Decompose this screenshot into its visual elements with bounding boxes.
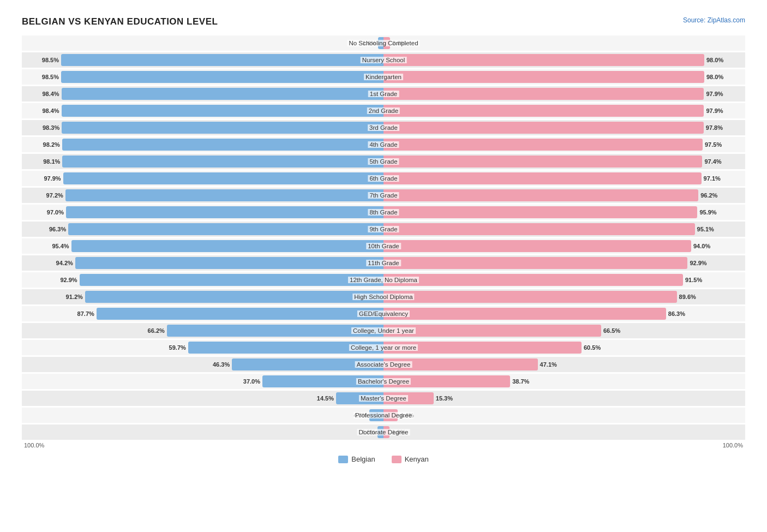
bar-right-value: 66.5%: [603, 327, 620, 334]
bar-left: [61, 71, 384, 83]
bar-left-value: 98.2%: [43, 141, 60, 148]
bar-left: [66, 206, 384, 218]
bar-row: 12th Grade, No Diploma92.9%91.5%: [22, 272, 745, 288]
bar-row: 6th Grade97.9%97.1%: [22, 171, 745, 186]
legend-belgian-label: Belgian: [351, 455, 375, 463]
bar-left: [62, 139, 384, 151]
bar-right: [384, 257, 687, 269]
chart-title: BELGIAN VS KENYAN EDUCATION LEVEL: [22, 16, 218, 27]
bar-left: [62, 88, 384, 100]
chart-body: No Schooling Completed1.6%2.0%Nursery Sc…: [22, 35, 745, 440]
source-label: Source: ZipAtlas.com: [683, 16, 745, 24]
bar-center-label: College, 1 year or more: [349, 344, 418, 351]
bar-center-label: 9th Grade: [368, 226, 399, 232]
bar-row: Doctorate Degree1.8%1.9%: [22, 425, 745, 440]
bar-center-label: Professional Degree: [353, 412, 414, 419]
bar-row: Bachelor's Degree37.0%38.7%: [22, 374, 745, 389]
bar-left-value: 92.9%: [60, 277, 77, 283]
bar-left: [63, 172, 384, 184]
bar-row: High School Diploma91.2%89.6%: [22, 289, 745, 304]
bar-row: 8th Grade97.0%95.9%: [22, 205, 745, 220]
bar-left-value: 66.2%: [148, 327, 165, 334]
bar-row: Associate's Degree46.3%47.1%: [22, 357, 745, 372]
bar-center-label: Nursery School: [361, 57, 407, 63]
bar-left-value: 98.5%: [42, 74, 59, 80]
bar-center-label: 6th Grade: [368, 175, 399, 182]
bar-left: [97, 308, 384, 320]
bar-right: [384, 105, 704, 117]
bar-center-label: 4th Grade: [368, 141, 399, 148]
bar-right-value: 98.0%: [706, 74, 723, 80]
bar-left-value: 94.2%: [56, 260, 73, 266]
chart-container: BELGIAN VS KENYAN EDUCATION LEVEL Source…: [11, 11, 756, 474]
legend-box-belgian: [338, 456, 348, 463]
bar-right: [384, 172, 702, 184]
bar-center-label: Doctorate Degree: [357, 429, 410, 435]
chart-source: Source: ZipAtlas.com: [683, 16, 745, 24]
bar-right-value: 97.1%: [704, 175, 721, 182]
bar-center-label: 10th Grade: [366, 243, 401, 249]
legend-kenyan: Kenyan: [392, 455, 429, 463]
bar-right: [384, 240, 691, 252]
bar-right: [384, 223, 695, 235]
bar-right: [384, 122, 704, 134]
bar-left-value: 59.7%: [169, 344, 186, 351]
bar-left-value: 97.2%: [46, 192, 63, 199]
bar-left: [65, 189, 384, 201]
bar-right-value: 97.9%: [706, 91, 723, 97]
bar-row: College, Under 1 year66.2%66.5%: [22, 323, 745, 338]
bar-left-value: 97.0%: [47, 209, 64, 216]
bar-center-label: Bachelor's Degree: [356, 378, 411, 385]
bar-right-value: 92.9%: [690, 260, 706, 266]
bar-row: 3rd Grade98.3%97.8%: [22, 120, 745, 135]
bar-center-label: 7th Grade: [368, 192, 399, 199]
bar-right: [384, 308, 666, 320]
bar-right-value: 15.3%: [436, 395, 453, 402]
chart-header: BELGIAN VS KENYAN EDUCATION LEVEL Source…: [22, 16, 745, 27]
bottom-right-label: 100.0%: [723, 442, 743, 449]
bar-right-value: 98.0%: [706, 57, 723, 63]
bar-left: [61, 54, 384, 66]
bar-left: [71, 240, 384, 252]
bar-left-value: 91.2%: [66, 294, 83, 300]
bar-left-value: 14.5%: [317, 395, 334, 402]
bar-row: GED/Equivalency87.7%86.3%: [22, 306, 745, 321]
bar-center-label: 8th Grade: [368, 209, 399, 216]
bar-left-value: 98.1%: [43, 158, 60, 165]
bar-left: [62, 156, 384, 168]
bar-row: Master's Degree14.5%15.3%: [22, 391, 745, 406]
bar-center-label: Kindergarten: [364, 74, 403, 80]
bar-left-value: 87.7%: [77, 310, 94, 317]
bar-left-value: 95.4%: [52, 243, 69, 249]
bar-left: [62, 105, 384, 117]
bar-right-value: 95.9%: [699, 209, 716, 216]
bar-right-value: 47.1%: [540, 361, 557, 368]
bar-right: [384, 71, 704, 83]
bar-center-label: College, Under 1 year: [351, 327, 416, 334]
bar-row: Professional Degree4.3%4.4%: [22, 408, 745, 423]
bottom-labels: 100.0% 100.0%: [22, 442, 745, 449]
bar-center-label: 12th Grade, No Diploma: [348, 277, 419, 283]
bar-row: Kindergarten98.5%98.0%: [22, 69, 745, 85]
legend-box-kenyan: [392, 456, 402, 463]
bar-right: [384, 206, 697, 218]
bar-center-label: No Schooling Completed: [347, 40, 420, 46]
bar-right: [384, 54, 704, 66]
chart-legend: Belgian Kenyan: [22, 455, 745, 463]
legend-kenyan-label: Kenyan: [405, 455, 429, 463]
bar-center-label: 2nd Grade: [367, 107, 400, 114]
bar-right: [384, 156, 702, 168]
bar-right-value: 91.5%: [685, 277, 702, 283]
bar-left-value: 46.3%: [213, 361, 230, 368]
bar-right-value: 97.8%: [706, 124, 723, 131]
bar-row: 11th Grade94.2%92.9%: [22, 255, 745, 271]
bar-left-value: 37.0%: [243, 378, 260, 385]
bar-right: [384, 139, 703, 151]
bar-left: [75, 257, 384, 269]
bar-left-value: 98.3%: [43, 124, 59, 131]
bar-center-label: 11th Grade: [366, 260, 401, 266]
bar-row: 5th Grade98.1%97.4%: [22, 154, 745, 169]
bar-right-value: 86.3%: [668, 310, 685, 317]
bar-row: 4th Grade98.2%97.5%: [22, 137, 745, 152]
bar-left: [62, 122, 384, 134]
